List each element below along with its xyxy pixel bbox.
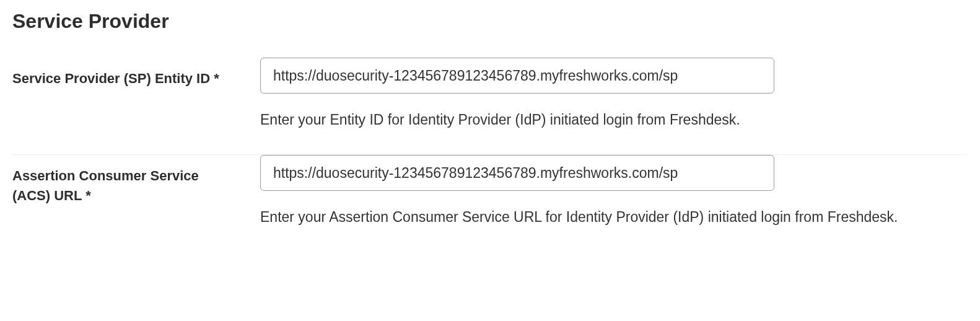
entity-id-label-col: Service Provider (SP) Entity ID *	[12, 58, 223, 89]
acs-url-row: Assertion Consumer Service (ACS) URL * E…	[12, 155, 968, 252]
entity-id-input[interactable]	[260, 58, 774, 94]
entity-id-row: Service Provider (SP) Entity ID * Enter …	[12, 58, 968, 154]
entity-id-input-col: Enter your Entity ID for Identity Provid…	[260, 58, 968, 130]
acs-url-input[interactable]	[260, 155, 774, 191]
entity-id-helper: Enter your Entity ID for Identity Provid…	[260, 110, 968, 130]
acs-url-label: Assertion Consumer Service (ACS) URL *	[12, 166, 223, 206]
acs-url-input-col: Enter your Assertion Consumer Service UR…	[260, 155, 968, 227]
acs-url-helper: Enter your Assertion Consumer Service UR…	[260, 207, 968, 227]
acs-url-label-col: Assertion Consumer Service (ACS) URL *	[12, 155, 223, 206]
section-title: Service Provider	[12, 10, 968, 33]
entity-id-label: Service Provider (SP) Entity ID *	[12, 69, 223, 89]
